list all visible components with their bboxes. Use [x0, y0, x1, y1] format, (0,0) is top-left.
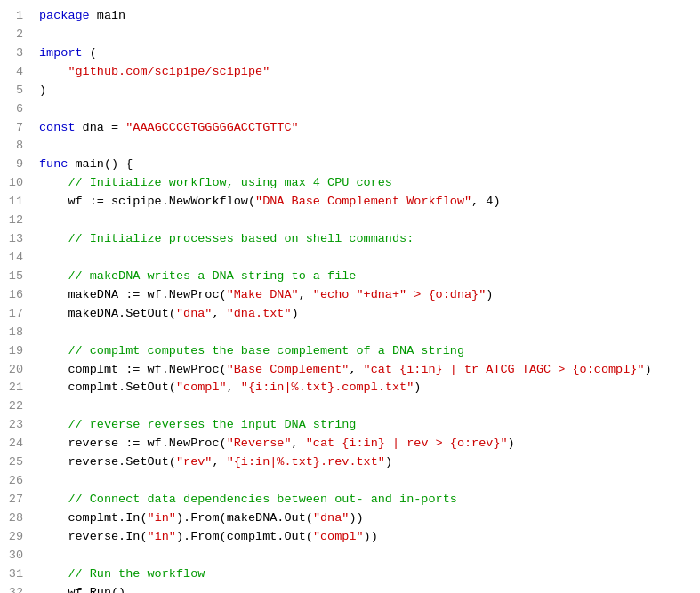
token-id: main [90, 9, 126, 22]
token-str: "github.com/scipipe/scipipe" [68, 65, 270, 78]
token-str: "{i:in|%.txt}.compl.txt" [241, 381, 414, 394]
token-id: main() { [68, 157, 133, 171]
code-line [39, 472, 693, 491]
line-number: 15 [7, 268, 23, 286]
code-line [39, 26, 693, 44]
token-str: "compl" [313, 530, 364, 543]
code-line: wf := scipipe.NewWorkflow("DNA Base Comp… [39, 193, 693, 212]
token-id [39, 232, 68, 245]
token-kw: import [39, 46, 83, 60]
code-line: // Connect data dependencies between out… [39, 491, 693, 509]
token-id: makeDNA := wf.NewProc( [39, 288, 227, 301]
token-str: "DNA Base Complement Workflow" [255, 195, 471, 208]
token-str: "cat {i:in} | tr ATCG TAGC > {o:compl}" [364, 363, 645, 376]
token-id: ) [414, 381, 421, 394]
token-cm: // Run the workflow [68, 567, 205, 581]
token-str: "cat {i:in} | rev > {o:rev}" [306, 437, 508, 450]
code-line: package main [39, 7, 693, 26]
line-number: 1 [7, 7, 23, 26]
token-id: makeDNA.SetOut( [39, 307, 176, 320]
token-id: ) [508, 437, 515, 450]
token-id: complmt.SetOut( [39, 381, 176, 394]
token-id [39, 176, 68, 189]
line-number: 29 [7, 528, 23, 547]
token-id: dna = [76, 121, 126, 134]
token-id [39, 65, 68, 78]
line-number: 4 [7, 63, 23, 82]
code-editor: 1234567891011121314151617181920212223242… [0, 0, 700, 593]
token-kw: const [39, 121, 76, 134]
token-str: "dna" [176, 307, 213, 320]
code-line: "github.com/scipipe/scipipe" [39, 63, 693, 82]
token-id: ).From(makeDNA.Out( [176, 511, 313, 525]
code-line: reverse.SetOut("rev", "{i:in|%.txt}.rev.… [39, 453, 693, 472]
token-cm: // reverse reverses the input DNA string [68, 418, 356, 431]
code-line: reverse.In("in").From(complmt.Out("compl… [39, 528, 693, 547]
line-number: 13 [7, 230, 23, 249]
token-cm: // Initialize processes based on shell c… [68, 232, 414, 245]
token-id: , [349, 363, 363, 376]
code-line: reverse := wf.NewProc("Reverse", "cat {i… [39, 435, 693, 453]
token-id: ) [486, 288, 493, 301]
line-number: 24 [7, 435, 23, 453]
token-id: ) [292, 307, 299, 320]
token-id [39, 493, 68, 506]
token-id: , [292, 437, 306, 450]
line-number: 26 [7, 472, 23, 491]
token-id [39, 269, 68, 283]
code-line: // reverse reverses the input DNA string [39, 416, 693, 435]
code-line: makeDNA.SetOut("dna", "dna.txt") [39, 305, 693, 324]
token-id [39, 567, 68, 581]
line-number: 6 [7, 100, 23, 119]
token-id: ) [385, 455, 392, 469]
line-number: 32 [7, 584, 23, 593]
code-line: complmt := wf.NewProc("Base Complement",… [39, 361, 693, 380]
line-number: 11 [7, 193, 23, 212]
token-kw: package [39, 9, 90, 22]
token-str: "{i:in|%.txt}.rev.txt" [227, 455, 385, 469]
line-numbers: 1234567891011121314151617181920212223242… [0, 7, 32, 593]
code-content: package main import ( "github.com/scipip… [32, 7, 700, 593]
token-str: "in" [148, 511, 176, 525]
code-line [39, 137, 693, 156]
line-number: 22 [7, 397, 23, 416]
token-str: "echo "+dna+" > {o:dna}" [313, 288, 486, 301]
token-id: )) [349, 511, 363, 525]
code-line: ) [39, 82, 693, 100]
token-id [39, 418, 68, 431]
line-number: 31 [7, 565, 23, 584]
code-line: func main() { [39, 156, 693, 174]
token-id: , [227, 381, 241, 394]
code-line [39, 249, 693, 268]
line-number: 27 [7, 491, 23, 509]
token-id: wf := scipipe.NewWorkflow( [39, 195, 255, 208]
token-id [39, 344, 68, 357]
code-line [39, 397, 693, 416]
line-number: 18 [7, 324, 23, 342]
line-number: 8 [7, 137, 23, 156]
token-id: , 4) [471, 195, 500, 208]
line-number: 7 [7, 119, 23, 138]
line-number: 3 [7, 44, 23, 63]
line-number: 2 [7, 26, 23, 44]
code-line: complmt.In("in").From(makeDNA.Out("dna")… [39, 509, 693, 528]
code-line [39, 547, 693, 565]
token-id: , [299, 288, 313, 301]
line-number: 25 [7, 453, 23, 472]
code-line: // Initialize workflow, using max 4 CPU … [39, 174, 693, 193]
line-number: 17 [7, 305, 23, 324]
token-id: reverse.In( [39, 530, 148, 543]
token-id: complmt := wf.NewProc( [39, 363, 227, 376]
token-id: ( [83, 46, 97, 60]
token-str: "Make DNA" [227, 288, 299, 301]
code-line [39, 212, 693, 230]
code-line: // Run the workflow [39, 565, 693, 584]
token-id: wf.Run() [39, 586, 125, 593]
code-line: const dna = "AAAGCCCGTGGGGGACCTGTTC" [39, 119, 693, 138]
line-number: 12 [7, 212, 23, 230]
token-str: "compl" [176, 381, 227, 394]
token-id: ).From(complmt.Out( [176, 530, 313, 543]
code-line: complmt.SetOut("compl", "{i:in|%.txt}.co… [39, 379, 693, 397]
token-str: "dna.txt" [227, 307, 292, 320]
token-str: "rev" [176, 455, 213, 469]
